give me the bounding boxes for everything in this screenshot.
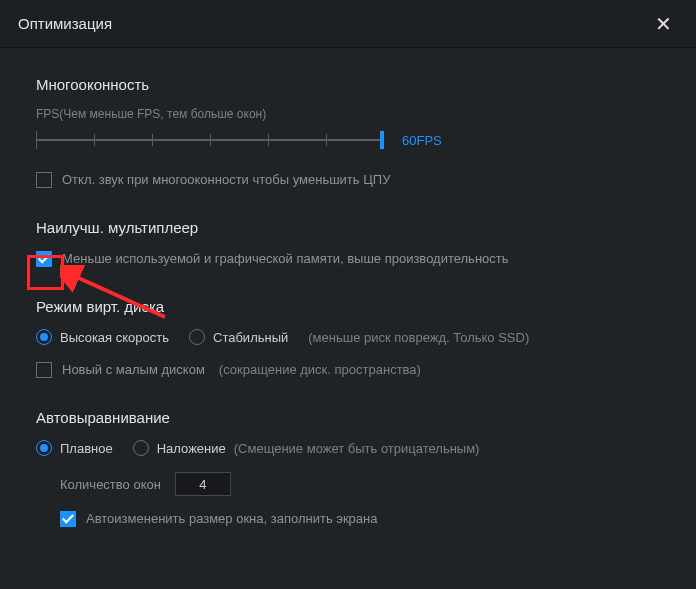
overlay-note: (Смещение может быть отрицательным)	[234, 441, 480, 456]
new-small-disk-note: (сокращение диск. пространства)	[219, 361, 421, 379]
section-multiwindow: Многооконность FPS(Чем меньше FPS, тем б…	[36, 76, 660, 189]
radio-stable[interactable]: Стабильный	[189, 329, 288, 345]
less-memory-checkbox[interactable]	[36, 251, 52, 267]
section-title-autoalign: Автовыравнивание	[36, 409, 660, 426]
fps-value-label: 60FPS	[402, 133, 442, 148]
mute-checkbox[interactable]	[36, 172, 52, 188]
radio-smooth-input[interactable]	[36, 440, 52, 456]
autoresize-checkbox[interactable]	[60, 511, 76, 527]
new-small-disk-checkbox[interactable]	[36, 362, 52, 378]
stable-note: (меньше риск поврежд. Только SSD)	[308, 330, 529, 345]
radio-high-speed-label: Высокая скорость	[60, 330, 169, 345]
radio-smooth[interactable]: Плавное	[36, 440, 113, 456]
section-title-multiwindow: Многооконность	[36, 76, 660, 93]
mute-checkbox-label: Откл. звук при многооконности чтобы умен…	[62, 171, 390, 189]
section-title-multiplayer: Наилучш. мультиплеер	[36, 219, 660, 236]
less-memory-checkbox-label: Меньше используемой и графической памяти…	[62, 250, 509, 268]
window-title: Оптимизация	[18, 15, 112, 32]
fps-hint: FPS(Чем меньше FPS, тем больше окон)	[36, 107, 660, 121]
fps-slider[interactable]	[36, 131, 384, 149]
section-multiplayer: Наилучш. мультиплеер Меньше используемой…	[36, 219, 660, 268]
window-count-input[interactable]	[175, 472, 231, 496]
radio-high-speed-input[interactable]	[36, 329, 52, 345]
section-autoalign: Автовыравнивание Плавное Наложение(Смеще…	[36, 409, 660, 528]
section-title-vdisk: Режим вирт. диска	[36, 298, 660, 315]
new-small-disk-label: Новый с малым диском	[62, 361, 205, 379]
section-vdisk: Режим вирт. диска Высокая скорость Стаби…	[36, 298, 660, 379]
radio-stable-input[interactable]	[189, 329, 205, 345]
radio-overlay-input[interactable]	[133, 440, 149, 456]
close-icon[interactable]: ✕	[649, 8, 678, 40]
radio-smooth-label: Плавное	[60, 441, 113, 456]
window-count-label: Количество окон	[60, 477, 161, 492]
radio-overlay-label: Наложение	[157, 441, 226, 456]
radio-overlay[interactable]: Наложение(Смещение может быть отрицатель…	[133, 440, 480, 456]
fps-slider-handle[interactable]	[380, 131, 384, 149]
radio-high-speed[interactable]: Высокая скорость	[36, 329, 169, 345]
autoresize-checkbox-label: Автоизмененить размер окна, заполнить эк…	[86, 510, 377, 528]
radio-stable-label: Стабильный	[213, 330, 288, 345]
